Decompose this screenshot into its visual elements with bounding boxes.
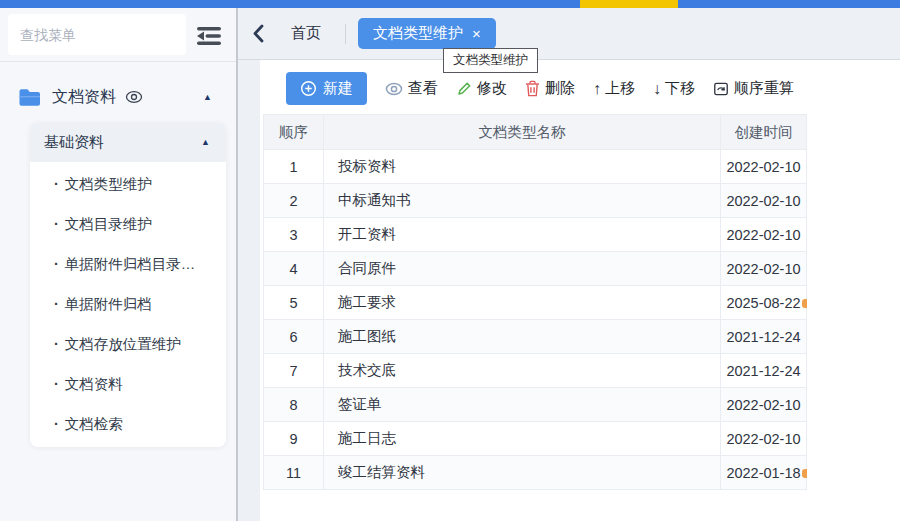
sidebar-menu-list: ·文档类型维护·文档目录维护·单据附件归档目录…·单据附件归档·文档存放位置维护…	[30, 162, 226, 444]
sidebar-menu-card: 基础资料 ▲ ·文档类型维护·文档目录维护·单据附件归档目录…·单据附件归档·文…	[30, 122, 226, 447]
cell-doc-type-name: 中标通知书	[324, 184, 721, 218]
tab-doc-type-maintenance[interactable]: 文档类型维护 ×	[358, 18, 496, 49]
recalc-order-button[interactable]: 顺序重算	[713, 79, 794, 98]
cell-doc-type-name: 竣工结算资料	[324, 456, 721, 490]
top-accent-bar	[0, 0, 900, 8]
col-header-order: 顺序	[264, 115, 324, 150]
move-down-label: 下移	[665, 79, 695, 98]
cell-created-time: 2025-08-22	[721, 286, 807, 320]
cell-order: 9	[264, 422, 324, 456]
bullet-icon: ·	[54, 176, 59, 192]
col-header-created: 创建时间	[721, 115, 807, 150]
cell-order: 4	[264, 252, 324, 286]
table-row[interactable]: 6施工图纸2021-12-24	[264, 320, 807, 354]
table-row[interactable]: 4合同原件2022-02-10	[264, 252, 807, 286]
sidebar-menu-item[interactable]: ·文档类型维护	[30, 164, 226, 204]
table-row[interactable]: 3开工资料2022-02-10	[264, 218, 807, 252]
sidebar-menu-item[interactable]: ·文档资料	[30, 364, 226, 404]
cell-doc-type-name: 技术交底	[324, 354, 721, 388]
sidebar-menu-item[interactable]: ·单据附件归档	[30, 284, 226, 324]
cell-created-time: 2022-02-10	[721, 218, 807, 252]
search-input[interactable]	[8, 14, 186, 55]
cell-created-time: 2022-02-10	[721, 422, 807, 456]
table-row[interactable]: 9施工日志2022-02-10	[264, 422, 807, 456]
view-button[interactable]: 查看	[385, 79, 438, 98]
move-up-button[interactable]: ↑ 上移	[593, 79, 635, 98]
sidebar-group-basic[interactable]: 基础资料 ▲	[30, 122, 226, 162]
tab-bar: 首页 文档类型维护 ×	[238, 8, 900, 60]
back-chevron-icon[interactable]	[252, 24, 264, 43]
recalc-label: 顺序重算	[734, 79, 794, 98]
bullet-icon: ·	[54, 376, 59, 392]
sidebar-menu-item-label: 文档类型维护	[65, 175, 152, 194]
cell-order: 11	[264, 456, 324, 490]
cell-doc-type-name: 施工日志	[324, 422, 721, 456]
sidebar-menu-item-label: 单据附件归档	[65, 295, 152, 314]
sidebar-menu-item-label: 文档检索	[65, 415, 123, 434]
table-row[interactable]: 2中标通知书2022-02-10	[264, 184, 807, 218]
sidebar-menu-item[interactable]: ·文档检索	[30, 404, 226, 444]
truncated-orange-marker	[802, 469, 807, 478]
bullet-icon: ·	[54, 256, 59, 272]
table-row[interactable]: 5施工要求2025-08-22	[264, 286, 807, 320]
sidebar-menu-item-label: 文档存放位置维护	[65, 335, 181, 354]
bullet-icon: ·	[54, 336, 59, 352]
cell-doc-type-name: 施工要求	[324, 286, 721, 320]
main-area: 首页 文档类型维护 × 文档类型维护 新建	[238, 8, 900, 521]
cell-created-time: 2021-12-24	[721, 320, 807, 354]
move-up-label: 上移	[605, 79, 635, 98]
cell-doc-type-name: 开工资料	[324, 218, 721, 252]
col-header-name: 文档类型名称	[324, 115, 721, 150]
cell-doc-type-name: 签证单	[324, 388, 721, 422]
edit-button[interactable]: 修改	[456, 79, 507, 98]
truncated-orange-marker	[802, 299, 807, 308]
cell-created-time: 2022-02-10	[721, 252, 807, 286]
delete-button[interactable]: 删除	[525, 79, 575, 98]
move-down-button[interactable]: ↓ 下移	[653, 79, 695, 98]
tab-close-icon[interactable]: ×	[472, 26, 481, 41]
cell-doc-type-name: 合同原件	[324, 252, 721, 286]
circle-plus-icon	[300, 80, 317, 97]
cell-created-time: 2022-01-18	[721, 456, 807, 490]
trash-icon	[525, 80, 540, 97]
collapse-sidebar-icon[interactable]	[194, 24, 224, 48]
new-button[interactable]: 新建	[286, 72, 367, 105]
table-body: 1投标资料2022-02-102中标通知书2022-02-103开工资料2022…	[264, 150, 807, 490]
new-button-label: 新建	[323, 79, 353, 98]
table-row[interactable]: 8签证单2022-02-10	[264, 388, 807, 422]
sidebar-menu-item[interactable]: ·文档存放位置维护	[30, 324, 226, 364]
cell-order: 2	[264, 184, 324, 218]
cell-created-time: 2022-02-10	[721, 150, 807, 184]
tab-home[interactable]: 首页	[291, 24, 321, 43]
collapse-arrow-icon[interactable]: ▲	[201, 137, 210, 147]
view-label: 查看	[408, 79, 438, 98]
arrow-up-icon: ↑	[593, 80, 601, 98]
toolbar: 新建 查看	[286, 72, 900, 105]
table-row[interactable]: 7技术交底2021-12-24	[264, 354, 807, 388]
view-eye-icon	[385, 82, 403, 96]
cell-doc-type-name: 施工图纸	[324, 320, 721, 354]
sidebar-menu-item[interactable]: ·单据附件归档目录…	[30, 244, 226, 284]
delete-label: 删除	[545, 79, 575, 98]
cell-order: 8	[264, 388, 324, 422]
bullet-icon: ·	[54, 416, 59, 432]
recalc-icon	[713, 81, 729, 97]
table-row[interactable]: 1投标资料2022-02-10	[264, 150, 807, 184]
folder-icon	[18, 88, 41, 107]
cell-order: 7	[264, 354, 324, 388]
content-panel: 新建 查看	[260, 60, 900, 521]
cell-order: 6	[264, 320, 324, 354]
cell-created-time: 2022-02-10	[721, 184, 807, 218]
sidebar: 文档资料 ▲ 基础资料 ▲ ·文档类型维护·文档目录维护·单据附件归档目录…·单…	[0, 8, 238, 521]
sidebar-menu-item-label: 单据附件归档目录…	[65, 255, 196, 274]
sidebar-menu-item-label: 文档资料	[65, 375, 123, 394]
sidebar-menu-item-label: 文档目录维护	[65, 215, 152, 234]
edit-pencil-icon	[456, 81, 472, 97]
active-tab-label: 文档类型维护	[373, 24, 463, 43]
table-row[interactable]: 11竣工结算资料2022-01-18	[264, 456, 807, 490]
sidebar-menu-item[interactable]: ·文档目录维护	[30, 204, 226, 244]
edit-label: 修改	[477, 79, 507, 98]
top-accent-yellow-segment	[580, 0, 678, 8]
sidebar-item-docs-root[interactable]: 文档资料 ▲	[0, 79, 236, 115]
collapse-arrow-icon[interactable]: ▲	[203, 92, 212, 102]
